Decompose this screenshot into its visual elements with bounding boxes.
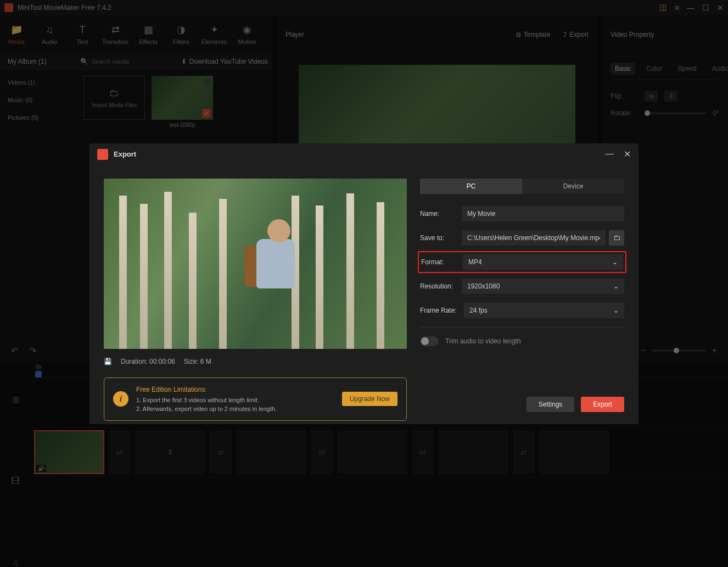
framerate-label: Frame Rate: bbox=[420, 307, 464, 314]
format-select[interactable]: MP4 ⌄ bbox=[463, 254, 623, 270]
export-dialog: Export — ✕ 💾 Duration: 00:00:06 bbox=[89, 143, 639, 424]
settings-button[interactable]: Settings bbox=[527, 397, 574, 412]
trim-audio-label: Trim audio to video length bbox=[445, 337, 521, 345]
duration-value: 00:00:06 bbox=[149, 358, 175, 365]
modal-overlay: Export — ✕ 💾 Duration: 00:00:06 bbox=[0, 0, 728, 567]
format-value: MP4 bbox=[468, 258, 482, 266]
name-input[interactable] bbox=[462, 206, 624, 221]
export-confirm-button[interactable]: Export bbox=[581, 397, 624, 412]
saveto-input[interactable] bbox=[462, 230, 606, 246]
size-value: 6 M bbox=[200, 358, 211, 365]
chevron-down-icon: ⌄ bbox=[613, 282, 619, 290]
tab-pc[interactable]: PC bbox=[420, 179, 522, 194]
framerate-value: 24 fps bbox=[469, 307, 488, 314]
folder-icon: 🗀 bbox=[613, 234, 620, 242]
save-icon: 💾 bbox=[104, 358, 112, 365]
name-label: Name: bbox=[420, 210, 462, 218]
resolution-label: Resolution: bbox=[420, 282, 462, 290]
export-preview bbox=[104, 179, 407, 349]
resolution-value: 1920x1080 bbox=[467, 282, 500, 290]
duration-label: Duration: bbox=[121, 358, 148, 365]
trim-audio-toggle[interactable] bbox=[420, 336, 439, 346]
chevron-down-icon: ⌄ bbox=[613, 307, 619, 314]
chevron-down-icon: ⌄ bbox=[612, 258, 618, 266]
format-label: Format: bbox=[421, 258, 463, 266]
browse-button[interactable]: 🗀 bbox=[609, 230, 624, 246]
export-target-tabs: PC Device bbox=[420, 179, 624, 194]
dialog-close-icon[interactable]: ✕ bbox=[624, 149, 631, 159]
app-logo bbox=[97, 149, 108, 160]
limitation-title: Free Edition Limitations: bbox=[136, 385, 277, 394]
format-highlight: Format: MP4 ⌄ bbox=[418, 251, 626, 273]
framerate-select[interactable]: 24 fps ⌄ bbox=[464, 303, 624, 318]
dialog-minimize-icon[interactable]: — bbox=[605, 149, 614, 159]
tab-device[interactable]: Device bbox=[522, 179, 624, 194]
size-label: Size: bbox=[184, 358, 199, 365]
resolution-select[interactable]: 1920x1080 ⌄ bbox=[462, 279, 624, 294]
export-dialog-title: Export bbox=[114, 150, 136, 158]
saveto-label: Save to: bbox=[420, 234, 462, 242]
